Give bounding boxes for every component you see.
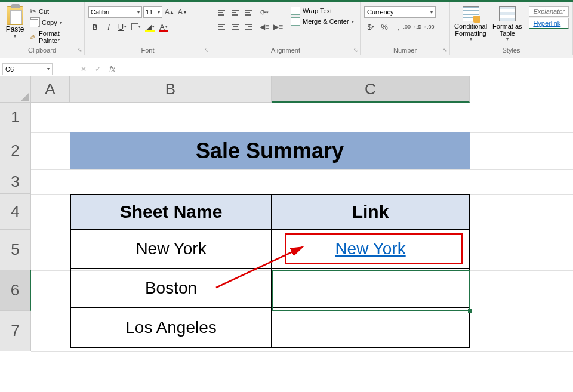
align-bottom-button[interactable] <box>242 6 255 19</box>
accounting-format-button[interactable]: $▾ <box>364 20 377 33</box>
row-header-3[interactable]: 3 <box>0 169 31 194</box>
percent-button[interactable]: % <box>378 20 391 33</box>
row-headers: 1 2 3 4 5 6 7 <box>0 103 31 351</box>
align-top-button[interactable] <box>215 6 228 19</box>
row-header-1[interactable]: 1 <box>0 103 31 132</box>
copy-icon <box>30 19 38 27</box>
scissors-icon: ✂ <box>30 7 36 16</box>
header-sheet-name[interactable]: Sheet Name <box>70 195 272 229</box>
group-clipboard: Paste ▾ ✂ Cut Copy ▾ ✐ Format Pa <box>0 2 85 55</box>
copy-button[interactable]: Copy ▾ <box>29 17 81 28</box>
wrap-text-button[interactable]: Wrap Text <box>289 6 355 16</box>
chevron-down-icon: ▾ <box>430 10 433 15</box>
decrease-indent-button[interactable]: ◀≡ <box>258 20 271 33</box>
merge-center-button[interactable]: Merge & Center ▾ <box>289 17 355 26</box>
paste-icon <box>7 6 23 25</box>
align-center-button[interactable] <box>229 20 242 33</box>
orientation-button[interactable]: ⟳▾ <box>258 6 271 19</box>
hyperlink-new-york[interactable]: New York <box>335 239 405 258</box>
dialog-launcher-icon[interactable]: ⤡ <box>78 47 82 53</box>
align-right-button[interactable] <box>242 20 255 33</box>
font-size-value: 11 <box>146 8 153 16</box>
wrap-text-label: Wrap Text <box>303 7 332 14</box>
align-left-button[interactable] <box>215 20 228 33</box>
format-as-table-label: Format as Table <box>490 23 524 37</box>
format-as-table-button[interactable]: Format as Table ▾ <box>490 6 524 42</box>
cells[interactable]: Sale Summary Sheet Name Link New York Ne… <box>31 103 573 351</box>
group-label-styles: Styles <box>450 47 572 54</box>
font-name-value: Calibri <box>91 8 109 16</box>
formula-input[interactable] <box>119 63 573 75</box>
align-middle-button[interactable] <box>229 6 242 19</box>
column-header-b[interactable]: B <box>70 76 272 103</box>
column-header-c[interactable]: C <box>272 76 470 103</box>
header-link[interactable]: Link <box>272 195 469 229</box>
increase-indent-button[interactable]: ▶≡ <box>272 20 285 33</box>
sale-summary-title[interactable]: Sale Summary <box>70 132 470 169</box>
chevron-down-icon[interactable]: ▾ <box>14 33 16 39</box>
dialog-launcher-icon[interactable]: ⤡ <box>204 47 209 53</box>
dialog-launcher-icon[interactable]: ⤡ <box>353 47 358 53</box>
decrease-decimal-button[interactable]: .0→.00 <box>419 20 432 33</box>
conditional-formatting-label: Conditional Formatting <box>454 23 488 37</box>
font-name-select[interactable]: Calibri ▾ <box>88 6 142 18</box>
table-row: New York New York <box>70 229 469 268</box>
font-color-button[interactable]: A▾ <box>157 20 170 33</box>
underline-button[interactable]: U▾ <box>116 20 129 33</box>
enter-formula-button[interactable]: ✓ <box>91 63 105 75</box>
cell-b6[interactable]: Boston <box>70 268 272 308</box>
chevron-down-icon: ▾ <box>158 10 160 15</box>
name-box[interactable]: C6 ▾ <box>2 63 53 75</box>
group-styles: Conditional Formatting ▾ Format as Table… <box>450 2 573 55</box>
cell-c6[interactable] <box>272 268 469 308</box>
chevron-down-icon: ▾ <box>470 37 472 42</box>
font-size-select[interactable]: 11 ▾ <box>143 6 162 18</box>
group-font: Calibri ▾ 11 ▾ A▲ A▼ B I U▾ ▾ ◢▾ <box>85 2 211 55</box>
table-row: Boston <box>70 268 469 308</box>
decrease-font-button[interactable]: A▼ <box>177 6 189 18</box>
chevron-down-icon: ▾ <box>352 19 354 24</box>
ribbon: Paste ▾ ✂ Cut Copy ▾ ✐ Format Pa <box>0 2 573 58</box>
cancel-formula-button[interactable]: ✕ <box>76 63 91 75</box>
borders-button[interactable]: ▾ <box>130 20 143 33</box>
select-all-corner[interactable] <box>0 76 31 103</box>
cell-b5[interactable]: New York <box>70 229 272 268</box>
number-format-value: Currency <box>367 8 394 16</box>
row-header-4[interactable]: 4 <box>0 194 31 230</box>
insert-function-button[interactable]: fx <box>105 63 119 75</box>
cell-c5[interactable]: New York <box>272 229 469 268</box>
group-label-alignment: Alignment <box>211 47 360 54</box>
paste-label: Paste <box>6 25 24 33</box>
name-box-value: C6 <box>5 66 14 73</box>
cut-button[interactable]: ✂ Cut <box>29 6 81 16</box>
row-header-6[interactable]: 6 <box>0 270 31 311</box>
row-header-7[interactable]: 7 <box>0 311 31 351</box>
cell-style-hyperlink[interactable]: Hyperlink <box>529 18 569 29</box>
cell-style-explanatory[interactable]: Explanator <box>529 6 569 17</box>
group-label-number: Number <box>361 47 449 54</box>
fill-handle[interactable] <box>468 309 472 313</box>
group-number: Currency ▾ $▾ % , .00→.0 .0→.00 Number ⤡ <box>361 2 450 55</box>
conditional-formatting-button[interactable]: Conditional Formatting ▾ <box>454 6 488 42</box>
dialog-launcher-icon[interactable]: ⤡ <box>443 47 448 53</box>
cell-styles-gallery[interactable]: Explanator Hyperlink <box>529 6 569 29</box>
cell-b7[interactable]: Los Angeles <box>70 308 272 347</box>
bold-button[interactable]: B <box>88 20 101 33</box>
paste-button[interactable]: Paste ▾ <box>4 6 26 39</box>
number-format-select[interactable]: Currency ▾ <box>364 6 436 18</box>
chevron-down-icon: ▾ <box>137 10 140 15</box>
group-label-clipboard: Clipboard <box>0 47 84 54</box>
chevron-down-icon[interactable]: ▾ <box>60 20 62 26</box>
row-header-2[interactable]: 2 <box>0 132 31 169</box>
cell-c7[interactable] <box>272 308 469 347</box>
format-painter-button[interactable]: ✐ Format Painter <box>29 29 81 45</box>
chevron-down-icon: ▾ <box>47 66 50 72</box>
increase-font-button[interactable]: A▲ <box>164 6 175 18</box>
brush-icon: ✐ <box>30 33 36 42</box>
chevron-down-icon: ▾ <box>506 37 509 42</box>
merge-center-label: Merge & Center <box>303 18 349 25</box>
row-header-5[interactable]: 5 <box>0 230 31 270</box>
italic-button[interactable]: I <box>102 20 115 33</box>
column-header-a[interactable]: A <box>31 76 70 103</box>
fill-color-button[interactable]: ◢▾ <box>143 20 156 33</box>
